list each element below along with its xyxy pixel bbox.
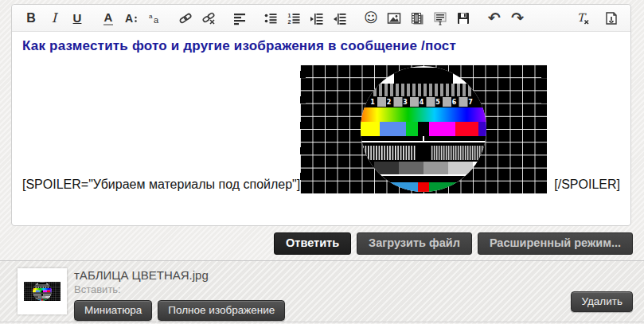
indent-button[interactable] — [330, 9, 349, 28]
redo-button[interactable]: ↷ — [508, 9, 527, 28]
reply-editor: BIUA☺↶↷ Как разместить фото и другие изо… — [11, 4, 631, 226]
undo-icon: ↶ — [488, 10, 501, 25]
attachment-delete-wrap: Удалить — [571, 291, 633, 312]
insert-media-button[interactable] — [408, 9, 427, 28]
insert-link-icon — [178, 11, 193, 25]
reply-button[interactable]: Ответить — [274, 232, 351, 255]
text-color-icon: A — [103, 11, 114, 25]
toolbar-group: ↶↷ — [485, 9, 527, 28]
attachment-filename: тАБЛИЦА ЦВЕТНАЯ.jpg — [74, 268, 285, 282]
unordered-list-button[interactable] — [261, 9, 280, 28]
unordered-list-icon — [263, 11, 278, 25]
smilies-button[interactable]: ☺ — [361, 9, 381, 28]
spoiler-close-tag: [/SPOILER] — [554, 176, 620, 193]
delete-attachment-button[interactable]: Удалить — [571, 291, 633, 312]
smilies-icon: ☺ — [364, 11, 378, 25]
toolbar-group — [176, 9, 218, 28]
undo-button[interactable]: ↶ — [485, 9, 504, 28]
test-card-image — [300, 64, 547, 193]
insert-image-icon — [387, 11, 401, 25]
advanced-mode-button[interactable]: Расширенный режим... — [478, 232, 633, 255]
unlink-icon — [201, 11, 216, 25]
attachment-insert-label: Вставить: — [74, 283, 285, 295]
attachment-info: тАБЛИЦА ЦВЕТНАЯ.jpg Вставить: Миниатюра … — [74, 268, 285, 321]
page: { "toolbar": { "groups": [ {"items": [ {… — [0, 0, 644, 324]
font-size-button[interactable] — [122, 9, 141, 28]
toolbar-group — [230, 9, 249, 28]
font-size-icon — [124, 11, 139, 25]
toolbar-group: ☺ — [361, 9, 473, 28]
attachment-thumbnail[interactable] — [18, 268, 67, 314]
italic-button[interactable]: I — [45, 9, 64, 28]
remove-formatting-icon — [576, 11, 590, 25]
outdent-icon — [310, 11, 324, 25]
toolbar: BIUA☺↶↷ — [12, 5, 630, 32]
insert-full-image-button[interactable]: Полное изображение — [158, 300, 285, 321]
save-draft-icon — [456, 11, 470, 25]
toolbar-right-group — [573, 9, 621, 28]
post-body-line: [SPOILER="Убираем материалы под спойлер"… — [22, 64, 620, 193]
attachment-insert-buttons: Миниатюра Полное изображение — [74, 300, 285, 321]
attachment-thumbnail-image — [24, 279, 60, 304]
post-title: Как разместить фото и другие изображения… — [22, 38, 620, 54]
indent-icon — [333, 11, 347, 25]
ordered-list-icon — [287, 11, 301, 25]
bold-button[interactable]: B — [21, 9, 41, 28]
save-draft-button[interactable] — [454, 9, 473, 28]
insert-quote-icon — [433, 11, 447, 25]
toolbar-group — [261, 9, 349, 28]
text-color-button[interactable]: A — [99, 9, 118, 28]
insert-media-icon — [410, 11, 424, 25]
unlink-button[interactable] — [199, 9, 218, 28]
italic-icon: I — [52, 12, 57, 25]
bbcode-editor-button[interactable] — [602, 9, 621, 28]
redo-icon: ↷ — [511, 10, 524, 25]
editor-content[interactable]: Как разместить фото и другие изображения… — [12, 32, 630, 193]
underline-button[interactable]: U — [68, 9, 87, 28]
attachment-bar: тАБЛИЦА ЦВЕТНАЯ.jpg Вставить: Миниатюра … — [0, 260, 644, 322]
insert-image-button[interactable] — [384, 9, 404, 28]
upload-file-button[interactable]: Загрузить файл — [357, 232, 472, 255]
insert-link-button[interactable] — [176, 9, 195, 28]
outdent-button[interactable] — [307, 9, 326, 28]
action-buttons: Ответить Загрузить файл Расширенный режи… — [274, 232, 633, 255]
alignment-button[interactable] — [230, 9, 249, 28]
ordered-list-button[interactable] — [284, 9, 303, 28]
toolbar-group: BIU — [21, 9, 87, 28]
alignment-icon — [232, 11, 247, 25]
bold-icon: B — [26, 12, 36, 25]
insert-quote-button[interactable] — [431, 9, 450, 28]
toolbar-group: A — [99, 9, 164, 28]
font-family-icon — [147, 11, 162, 25]
spoiler-open-tag: [SPOILER="Убираем материалы под спойлер"… — [22, 176, 300, 193]
underline-icon: U — [73, 12, 82, 24]
font-family-button[interactable] — [145, 9, 164, 28]
remove-formatting-button[interactable] — [573, 9, 592, 28]
bbcode-editor-icon — [604, 11, 619, 25]
insert-thumbnail-button[interactable]: Миниатюра — [74, 300, 152, 321]
